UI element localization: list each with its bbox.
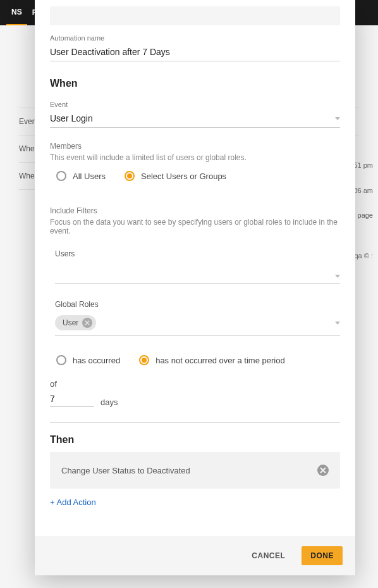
modal-body: Automation name When Event User Login Me… (35, 0, 355, 536)
done-button[interactable]: DONE (302, 546, 343, 565)
role-chip: User (55, 315, 96, 330)
nav-tab[interactable]: NS (6, 0, 27, 25)
include-filters-description: Focus on the data you want to see by spe… (50, 218, 340, 235)
radio-label: Select Users or Groups (141, 172, 226, 181)
action-text: Change User Status to Deactivated (61, 466, 190, 475)
automation-name-label: Automation name (50, 34, 340, 42)
chevron-down-icon (335, 275, 340, 278)
chip-remove-icon[interactable] (82, 318, 92, 328)
users-filter-label: Users (55, 249, 340, 258)
event-value: User Login (50, 113, 93, 123)
radio-has-occurred[interactable]: has occurred (56, 355, 120, 365)
chip-label: User (63, 318, 78, 327)
radio-has-not-occurred[interactable]: has not occurred over a time period (139, 355, 285, 365)
action-card: Change User Status to Deactivated (50, 452, 340, 489)
automation-modal: Automation name When Event User Login Me… (35, 0, 355, 575)
include-filters-label: Include Filters (50, 206, 340, 215)
automation-name-input[interactable] (50, 44, 340, 61)
radio-icon (56, 355, 66, 365)
chevron-down-icon (335, 322, 340, 325)
global-roles-label: Global Roles (55, 300, 340, 309)
radio-icon (139, 355, 149, 365)
modal-footer: CANCEL DONE (35, 536, 355, 575)
cancel-button[interactable]: CANCEL (243, 546, 294, 565)
radio-select-users[interactable]: Select Users or Groups (125, 171, 226, 181)
event-select[interactable]: User Login (50, 111, 340, 128)
members-label: Members (50, 142, 340, 151)
users-filter-select[interactable] (55, 262, 340, 284)
then-section-title: Then (50, 434, 340, 446)
radio-icon (56, 171, 66, 181)
days-unit: days (101, 397, 118, 407)
of-label: of (50, 379, 57, 389)
radio-all-users[interactable]: All Users (56, 171, 106, 181)
global-roles-select[interactable]: User (55, 313, 340, 336)
timestamp: 06 am (353, 187, 373, 194)
radio-icon (125, 171, 135, 181)
radio-label: All Users (73, 172, 106, 181)
event-label: Event (50, 101, 340, 108)
header-placeholder (50, 6, 340, 25)
members-description: This event will include a limited list o… (50, 153, 340, 162)
per-page-label: r page (353, 211, 373, 219)
radio-label: has not occurred over a time period (155, 356, 285, 365)
when-section-title: When (50, 78, 340, 89)
add-action-link[interactable]: + Add Action (50, 497, 96, 507)
days-input[interactable] (50, 392, 94, 407)
radio-label: has occurred (73, 356, 120, 365)
remove-action-icon[interactable] (317, 465, 329, 476)
chevron-down-icon (335, 117, 340, 120)
